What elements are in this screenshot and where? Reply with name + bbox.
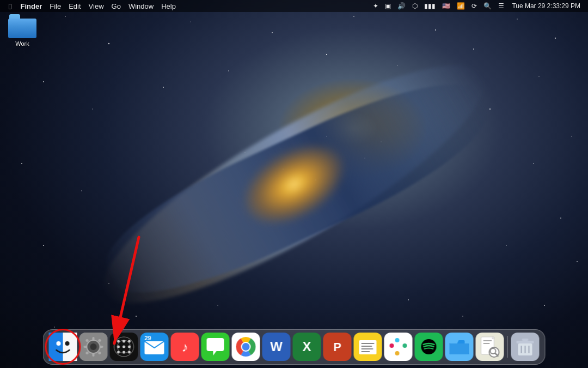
notes-icon [354, 333, 382, 361]
menubar-left:  Finder File Edit View Go Window Help [4, 0, 371, 12]
svg-rect-52 [93, 337, 95, 341]
wifi-status-icon[interactable]: 📶 [455, 0, 467, 12]
messages-icon [201, 333, 230, 361]
svg-rect-108 [483, 343, 490, 344]
svg-point-10 [92, 108, 93, 109]
svg-point-32 [544, 305, 545, 306]
excel-icon: X [293, 333, 321, 361]
dock-item-word[interactable]: W [262, 333, 291, 361]
menubar-right: ✦ ▣ 🔊 ⬡ ▮▮▮ 🇺🇸 📶 ⟳ 🔍 ☰ Tue Mar 29 2:33:2… [371, 0, 584, 12]
app-name-menu[interactable]: Finder [17, 0, 45, 12]
svg-rect-53 [93, 353, 95, 357]
svg-rect-115 [522, 339, 529, 341]
svg-point-4 [272, 32, 273, 33]
svg-point-9 [43, 81, 44, 82]
desktop:  Finder File Edit View Go Window Help ✦… [0, 0, 588, 368]
menubar-clock[interactable]: Tue Mar 29 2:33:29 PM [509, 2, 584, 10]
svg-point-16 [538, 76, 539, 76]
svg-rect-96 [395, 338, 400, 342]
dock-item-spotify[interactable] [415, 333, 443, 361]
dock-item-chrome[interactable] [232, 333, 260, 361]
desktop-folder-work[interactable]: Work [3, 12, 41, 50]
bluetooth-status-icon[interactable]: ⬡ [410, 0, 420, 12]
svg-rect-97 [403, 343, 407, 348]
time-machine-icon[interactable]: ⟳ [469, 0, 479, 12]
view-menu[interactable]: View [85, 0, 107, 12]
svg-point-51 [90, 343, 97, 350]
powerpoint-icon: P [323, 333, 352, 361]
menubar:  Finder File Edit View Go Window Help ✦… [0, 0, 588, 12]
dock-item-excel[interactable]: X [293, 333, 321, 361]
dock-item-powerpoint[interactable]: P [323, 333, 352, 361]
apple-menu[interactable]:  [4, 0, 16, 12]
svg-point-18 [81, 190, 82, 191]
go-menu[interactable]: Go [108, 0, 124, 12]
svg-rect-54 [84, 346, 88, 348]
search-icon[interactable]: 🔍 [481, 0, 494, 12]
svg-rect-89 [359, 340, 377, 354]
svg-point-81 [242, 343, 250, 351]
svg-rect-95 [390, 343, 394, 348]
dock-item-slack[interactable] [384, 333, 413, 361]
svg-point-25 [577, 261, 578, 262]
display-status-icon[interactable]: ▣ [383, 0, 393, 12]
svg-rect-107 [483, 340, 492, 341]
help-menu[interactable]: Help [158, 0, 179, 12]
svg-point-7 [517, 19, 517, 19]
dock-item-music[interactable]: ♪ [171, 333, 199, 361]
file-menu[interactable]: File [46, 0, 64, 12]
svg-rect-93 [362, 351, 370, 352]
dock-separator [507, 336, 508, 358]
svg-point-47 [57, 341, 61, 346]
dock-item-messages[interactable] [201, 333, 230, 361]
svg-point-17 [21, 163, 22, 164]
svg-rect-94 [384, 333, 413, 361]
flag-icon[interactable]: 🇺🇸 [440, 0, 452, 12]
svg-text:♪: ♪ [182, 340, 188, 354]
trash-icon [511, 333, 540, 361]
edit-menu[interactable]: Edit [65, 0, 84, 12]
svg-rect-98 [395, 351, 400, 355]
window-menu[interactable]: Window [125, 0, 157, 12]
svg-point-11 [163, 87, 164, 88]
svg-rect-92 [362, 348, 373, 349]
svg-rect-91 [362, 346, 372, 347]
red-arrow-annotation [103, 234, 147, 354]
notification-icon[interactable]: ☰ [496, 0, 506, 12]
svg-rect-45 [63, 333, 77, 361]
dock-item-notes[interactable] [354, 333, 382, 361]
svg-point-8 [555, 38, 556, 39]
svg-point-1 [65, 16, 66, 17]
svg-text:P: P [333, 340, 341, 354]
svg-point-24 [560, 218, 561, 219]
svg-point-12 [228, 70, 229, 71]
volume-status-icon[interactable]: 🔊 [395, 0, 408, 12]
music-icon: ♪ [171, 333, 199, 361]
word-icon: W [262, 333, 291, 361]
preview-icon [476, 333, 504, 361]
svg-text:W: W [270, 339, 283, 354]
svg-point-22 [533, 163, 534, 164]
dock-item-preview[interactable] [476, 333, 504, 361]
svg-point-30 [408, 299, 409, 300]
svg-point-5 [353, 16, 354, 17]
svg-point-31 [462, 316, 463, 317]
folder-label: Work [15, 40, 29, 47]
svg-line-40 [114, 237, 139, 343]
svg-point-27 [54, 327, 55, 328]
battery-status-icon[interactable]: ▮▮▮ [422, 0, 438, 12]
dock-item-trash[interactable] [511, 333, 540, 361]
dropbox-status-icon[interactable]: ✦ [371, 0, 381, 12]
svg-point-26 [506, 245, 506, 245]
dock-item-files[interactable] [445, 333, 474, 361]
svg-point-23 [571, 136, 572, 136]
svg-rect-90 [362, 343, 375, 344]
finder-icon [49, 333, 77, 361]
chrome-icon [232, 333, 260, 361]
dock-item-finder[interactable] [49, 333, 77, 361]
svg-rect-43 [49, 333, 63, 361]
folder-icon [8, 14, 36, 38]
files-icon [445, 333, 474, 361]
slack-icon [384, 333, 413, 361]
spotify-icon [415, 333, 443, 361]
